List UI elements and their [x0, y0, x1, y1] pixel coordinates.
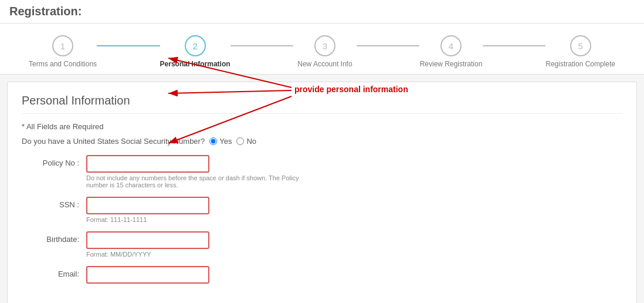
step-line-2-3: [231, 45, 294, 46]
birthdate-row: Birthdate: Format: MM/DD/YYYY: [22, 231, 622, 258]
policy-no-input[interactable]: [86, 155, 209, 173]
stepper-container: 1 Terms and Conditions 2 Personal Inform…: [0, 23, 644, 75]
policy-no-hint: Do not include any numbers before the sp…: [86, 174, 309, 188]
svg-text:provide personal information: provide personal information: [294, 85, 408, 94]
step-5[interactable]: 5 Registration Complete: [545, 35, 615, 68]
policy-no-label: Policy No :: [22, 155, 86, 167]
ssn-yes-label[interactable]: Yes: [209, 137, 232, 146]
ssn-row: SSN : Format: 111-11-1111: [22, 197, 622, 223]
svg-line-2: [168, 90, 292, 93]
step-5-circle: 5: [570, 35, 591, 56]
ssn-field-group: Format: 111-11-1111: [86, 197, 209, 223]
step-5-label: Registration Complete: [545, 60, 615, 68]
step-1-label: Terms and Conditions: [29, 60, 97, 68]
ssn-hint: Format: 111-11-1111: [86, 216, 209, 223]
step-3[interactable]: 3 New Account Info: [293, 35, 357, 68]
page-header: Registration:: [0, 0, 644, 23]
ssn-question-text: Do you have a United States Social Secur…: [22, 137, 205, 146]
step-2-label: Personal Information: [160, 60, 231, 68]
step-line-3-4: [357, 45, 420, 46]
email-row: Email:: [22, 266, 622, 284]
ssn-yes-radio[interactable]: [209, 137, 217, 145]
step-4[interactable]: 4 Review Registration: [419, 35, 483, 68]
step-4-circle: 4: [440, 35, 462, 56]
step-line-1-2: [97, 45, 160, 46]
ssn-no-text: No: [246, 137, 256, 146]
step-4-label: Review Registration: [420, 60, 483, 68]
required-note: * All Fields are Required: [22, 122, 622, 131]
email-input[interactable]: [86, 266, 209, 284]
stepper: 1 Terms and Conditions 2 Personal Inform…: [29, 35, 615, 68]
birthdate-hint: Format: MM/DD/YYYY: [86, 251, 209, 258]
main-content: Personal Information * All Fields are Re…: [7, 82, 637, 303]
ssn-yes-text: Yes: [219, 137, 232, 146]
email-label: Email:: [22, 266, 86, 278]
step-line-4-5: [483, 45, 546, 46]
section-title: Personal Information: [22, 94, 622, 114]
step-2-circle: 2: [185, 35, 206, 56]
policy-no-field-group: Do not include any numbers before the sp…: [86, 155, 309, 188]
ssn-question-row: Do you have a United States Social Secur…: [22, 137, 622, 146]
ssn-input[interactable]: [86, 197, 209, 214]
birthdate-field-group: Format: MM/DD/YYYY: [86, 231, 209, 258]
birthdate-input[interactable]: [86, 231, 209, 249]
policy-no-row: Policy No : Do not include any numbers b…: [22, 155, 622, 188]
ssn-label: SSN :: [22, 197, 86, 209]
step-3-circle: 3: [314, 35, 335, 56]
ssn-no-label[interactable]: No: [236, 137, 256, 146]
ssn-no-radio[interactable]: [236, 137, 244, 145]
birthdate-label: Birthdate:: [22, 231, 86, 244]
step-2[interactable]: 2 Personal Information: [160, 35, 231, 68]
step-3-label: New Account Info: [297, 60, 352, 68]
step-1-circle: 1: [52, 35, 73, 56]
step-1[interactable]: 1 Terms and Conditions: [29, 35, 97, 68]
email-field-group: [86, 266, 209, 284]
header-title: Registration:: [9, 5, 82, 18]
